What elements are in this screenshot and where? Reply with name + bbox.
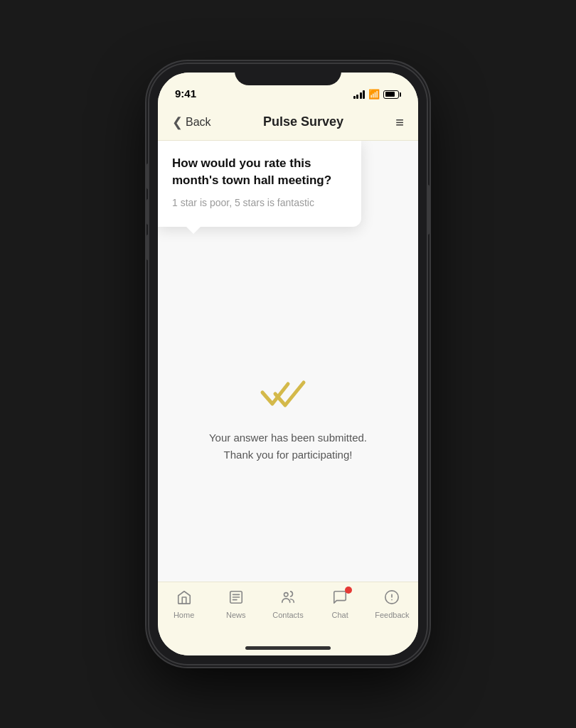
back-label: Back [186,116,211,129]
question-text: How would you rate this month's town hal… [172,155,347,189]
question-hint: 1 star is poor, 5 stars is fantastic [172,196,347,210]
chat-icon [332,589,348,608]
phone-wrapper: 9:41 📶 ❮ [149,64,427,664]
svg-point-1 [284,593,288,597]
chevron-left-icon: ❮ [172,114,183,130]
nav-item-contacts[interactable]: Contacts [267,589,309,619]
double-checkmark-icon [260,373,316,415]
nav-bar: ❮ Back Pulse Survey ≡ [158,104,418,141]
menu-icon[interactable]: ≡ [395,115,404,129]
feedback-label: Feedback [375,611,409,619]
phone-frame: 9:41 📶 ❮ [149,64,427,664]
home-indicator [158,640,418,655]
feedback-icon [384,589,400,608]
bottom-nav: Home News [158,582,418,640]
main-content: How would you rate this month's town hal… [158,141,418,582]
battery-icon [383,90,401,99]
status-time: 9:41 [175,87,196,100]
news-icon [228,589,244,608]
news-label: News [226,611,246,619]
success-line1: Your answer has been submitted. [209,432,367,444]
question-card: How would you rate this month's town hal… [158,141,361,227]
nav-item-news[interactable]: News [215,589,257,619]
wifi-icon: 📶 [368,89,380,100]
nav-item-home[interactable]: Home [163,589,206,619]
nav-item-feedback[interactable]: Feedback [370,589,413,619]
phone-screen: 9:41 📶 ❮ [158,73,418,655]
chat-badge [345,587,352,594]
contacts-label: Contacts [272,611,303,619]
notch [235,64,341,85]
nav-item-chat[interactable]: Chat [319,589,361,619]
home-label: Home [174,611,194,619]
home-icon [176,589,192,608]
back-button[interactable]: ❮ Back [172,114,211,130]
chat-label: Chat [332,611,348,619]
home-bar [245,646,331,650]
status-icons: 📶 [353,89,402,100]
contacts-icon [280,589,296,608]
page-title: Pulse Survey [263,114,343,129]
success-text: Your answer has been submitted. Thank yo… [209,429,367,464]
signal-icon [353,90,366,99]
success-line2: Thank you for participating! [224,449,353,461]
